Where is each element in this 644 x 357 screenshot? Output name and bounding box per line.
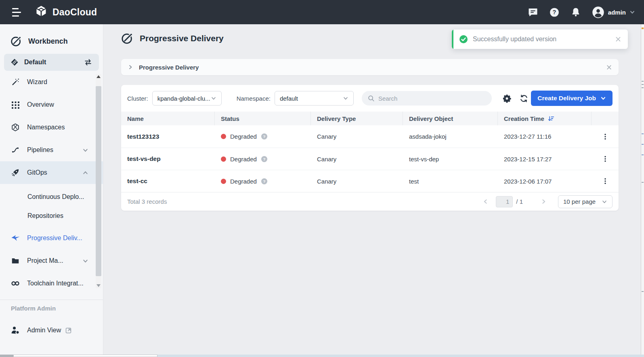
status-degraded-dot xyxy=(221,179,226,184)
help-icon[interactable]: ? xyxy=(549,7,560,17)
cluster-value: kpanda-global-clu... xyxy=(157,95,210,102)
next-page-icon[interactable] xyxy=(538,199,549,205)
workbench-icon xyxy=(10,36,22,47)
admin-user-icon xyxy=(10,325,20,335)
cube-icon xyxy=(10,123,20,132)
cluster-select[interactable]: kpanda-global-clu... xyxy=(152,91,222,106)
switch-workspace-icon[interactable] xyxy=(84,58,92,67)
cluster-label: Cluster: xyxy=(127,95,148,102)
horizontal-scrollbar[interactable] xyxy=(0,355,644,357)
sidebar-item-label: Toolchain Integrat... xyxy=(27,280,84,287)
column-header-delivery-type[interactable]: Delivery Type xyxy=(311,112,403,125)
create-delivery-job-button[interactable]: Create Delivery Job xyxy=(531,91,613,106)
row-actions-menu-icon[interactable] xyxy=(592,177,619,185)
brand-logo[interactable]: DaoCloud xyxy=(34,5,97,19)
row-actions-menu-icon[interactable] xyxy=(592,133,619,140)
notifications-icon[interactable] xyxy=(571,7,581,17)
progressive-delivery-icon xyxy=(121,32,133,44)
external-link-icon xyxy=(65,327,72,334)
column-header-status[interactable]: Status xyxy=(215,112,311,125)
avatar xyxy=(592,6,604,19)
sort-descending-icon[interactable] xyxy=(548,115,555,122)
sidebar: Workbench Default Wizard Overview Namesp… xyxy=(0,24,103,357)
column-header-creation-time[interactable]: Creation Time xyxy=(498,112,592,125)
page-number-input[interactable] xyxy=(496,196,513,207)
table-row[interactable]: test123123 Degraded ? Canary asdsada-jok… xyxy=(121,125,619,148)
sidebar-item-toolchain-integration[interactable]: Toolchain Integrat... xyxy=(0,272,103,295)
search-icon xyxy=(367,95,375,102)
sidebar-item-wizard[interactable]: Wizard xyxy=(0,71,103,93)
sidebar-item-admin-view[interactable]: Admin View xyxy=(0,319,103,342)
search-box[interactable] xyxy=(362,91,492,106)
refresh-icon[interactable] xyxy=(519,94,529,103)
toast-close-icon[interactable] xyxy=(615,36,621,42)
namespace-select[interactable]: default xyxy=(275,91,354,106)
sidebar-scrollbar[interactable] xyxy=(96,74,101,288)
chevron-down-icon xyxy=(600,95,606,101)
workspace-selector[interactable]: Default xyxy=(4,54,99,71)
cell-creation-time: 2023-12-06 17:07 xyxy=(498,178,592,185)
scrollbar-thumb[interactable] xyxy=(96,86,101,276)
success-toast: Successfully updated version xyxy=(452,30,628,49)
sidebar-item-pipelines[interactable]: Pipelines xyxy=(0,139,103,161)
sidebar-item-project-management[interactable]: Project Ma... xyxy=(0,249,103,272)
delivery-jobs-panel: Cluster: kpanda-global-clu... Namespace:… xyxy=(121,85,619,211)
page-title: Progressive Delivery xyxy=(140,34,224,43)
cell-delivery-object: test xyxy=(403,178,498,185)
sidebar-item-gitops[interactable]: GitOps xyxy=(0,161,103,184)
status-degraded-dot xyxy=(221,156,226,162)
svg-text:?: ? xyxy=(263,179,265,184)
chevron-right-icon[interactable] xyxy=(128,64,133,70)
status-help-icon[interactable]: ? xyxy=(261,178,268,185)
chevron-down-icon xyxy=(82,147,88,153)
chevron-down-icon xyxy=(602,199,607,205)
column-header-name[interactable]: Name xyxy=(121,112,215,125)
workbench-label: Workbench xyxy=(28,37,68,46)
sidebar-item-label: Progressive Deliv... xyxy=(27,234,82,242)
cell-status: Degraded ? xyxy=(215,178,311,185)
breadcrumb-close-icon[interactable] xyxy=(606,64,612,70)
brand-name: DaoCloud xyxy=(52,7,97,18)
cell-status: Degraded ? xyxy=(215,133,311,140)
table-row[interactable]: test-vs-dep Degraded ? Canary test-vs-de… xyxy=(121,148,619,170)
grid-icon xyxy=(10,101,20,109)
breadcrumb-label[interactable]: Progressive Delivery xyxy=(139,64,199,71)
page-scrollbar[interactable] xyxy=(641,24,644,357)
infinity-icon xyxy=(10,279,20,288)
table-row[interactable]: test-cc Degraded ? Canary test 2023-12-0… xyxy=(121,170,619,192)
settings-gear-icon[interactable] xyxy=(502,94,512,103)
previous-page-icon[interactable] xyxy=(480,199,491,205)
daocloud-logo-icon xyxy=(34,5,48,19)
column-header-delivery-object[interactable]: Delivery Object xyxy=(403,112,498,125)
sidebar-item-repositories[interactable]: Repositories xyxy=(0,206,103,225)
sidebar-item-label: Repositories xyxy=(27,212,63,220)
row-actions-menu-icon[interactable] xyxy=(592,155,619,163)
user-menu[interactable]: admin xyxy=(592,6,635,19)
sidebar-item-continuous-deployment[interactable]: Continuous Deplo... xyxy=(0,187,103,206)
topbar: DaoCloud ? admin xyxy=(0,0,644,24)
cell-name[interactable]: test123123 xyxy=(121,133,215,140)
horizontal-scrollbar-thumb[interactable] xyxy=(13,355,157,357)
svg-text:?: ? xyxy=(263,134,265,139)
sidebar-item-label: Project Ma... xyxy=(27,257,63,264)
search-input[interactable] xyxy=(378,95,486,102)
sidebar-item-namespaces[interactable]: Namespaces xyxy=(0,116,103,139)
status-degraded-dot xyxy=(221,134,226,139)
cell-name[interactable]: test-cc xyxy=(121,177,215,185)
cell-delivery-type: Canary xyxy=(311,178,403,185)
chevron-up-icon xyxy=(82,170,88,176)
cell-name[interactable]: test-vs-dep xyxy=(121,155,215,163)
sidebar-item-progressive-delivery[interactable]: Progressive Deliv... xyxy=(0,227,103,249)
cell-delivery-type: Canary xyxy=(311,133,403,140)
sidebar-menu: Wizard Overview Namespaces Pipelines Git… xyxy=(0,71,103,295)
messages-icon[interactable] xyxy=(528,7,538,17)
scroll-down-arrow[interactable] xyxy=(96,284,101,287)
status-help-icon[interactable]: ? xyxy=(261,133,268,140)
column-header-actions xyxy=(592,112,619,125)
namespace-label: Namespace: xyxy=(237,95,271,102)
sidebar-item-overview[interactable]: Overview xyxy=(0,93,103,116)
per-page-select[interactable]: 10 per page xyxy=(558,195,613,208)
menu-icon[interactable] xyxy=(12,8,21,17)
status-help-icon[interactable]: ? xyxy=(261,156,268,163)
scroll-up-arrow[interactable] xyxy=(96,75,101,78)
